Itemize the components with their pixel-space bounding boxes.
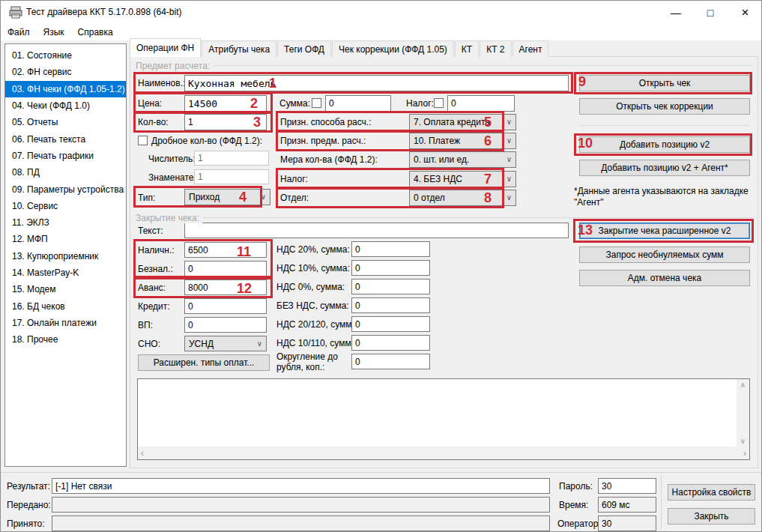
rounding-input[interactable]: 0 bbox=[351, 354, 430, 369]
tax-checkbox[interactable] bbox=[434, 98, 444, 108]
maximize-icon[interactable]: □ bbox=[693, 1, 728, 24]
add-position-v2-button[interactable]: Добавить позицию v2 bbox=[579, 136, 750, 153]
chevron-down-icon: ∨ bbox=[507, 137, 512, 145]
sidebar-item-06-pechat-teksta[interactable]: 06. Печать текста bbox=[5, 130, 126, 147]
scroll-right-icon[interactable]: › bbox=[743, 448, 746, 459]
annotation-number-11: 11 bbox=[237, 245, 251, 259]
annotation-number-1: 1 bbox=[269, 76, 276, 90]
sum-input[interactable]: 0 bbox=[325, 95, 391, 112]
payment-subject-label: Призн. предм. расч.: bbox=[280, 136, 366, 146]
sidebar-item-10-servis[interactable]: 10. Сервис bbox=[5, 198, 126, 214]
vat-rate-combobox[interactable]: 4. БЕЗ НДС ∨ bbox=[409, 171, 516, 187]
sidebar-item-18-prochee[interactable]: 18. Прочее bbox=[5, 331, 126, 348]
received-field bbox=[52, 516, 550, 531]
tab-chek-korrekcii[interactable]: Чек коррекции (ФФД 1.05) bbox=[332, 40, 454, 57]
menu-help[interactable]: Справка bbox=[71, 24, 120, 40]
menu-file[interactable]: Файл bbox=[1, 24, 37, 40]
sidebar-item-08-pd[interactable]: 08. ПД bbox=[5, 164, 126, 181]
operator-label: Оператор: bbox=[557, 519, 601, 529]
payment-method-combobox[interactable]: 7. Оплата кредита ∨ bbox=[409, 114, 516, 130]
request-nonzeroed-sums-button[interactable]: Запрос необнуляемых сумм bbox=[579, 247, 750, 263]
open-correction-receipt-button[interactable]: Открыть чек коррекции bbox=[579, 98, 750, 115]
tab-kt[interactable]: КТ bbox=[455, 40, 479, 57]
payment-subject-combobox[interactable]: 10. Платеж ∨ bbox=[409, 133, 516, 149]
vp-input[interactable]: 0 bbox=[184, 317, 267, 333]
sidebar-item-03-fn-cheki[interactable]: 03. ФН чеки (ФФД 1.05-1.2) bbox=[5, 81, 126, 97]
close-receipt-extended-v2-button[interactable]: Закрытие чека расширенное v2 bbox=[579, 223, 750, 239]
sidebar-item-15-modem[interactable]: 15. Модем bbox=[5, 281, 126, 297]
vertical-scrollbar[interactable]: ∧ ∨ bbox=[737, 379, 749, 447]
tab-agent[interactable]: Агент bbox=[512, 40, 549, 57]
scroll-left-icon[interactable]: ‹ bbox=[141, 448, 144, 459]
department-combobox[interactable]: 0 отдел ∨ bbox=[409, 190, 516, 206]
vat-rate-label: Налог: bbox=[280, 174, 308, 184]
type-label: Тип: bbox=[138, 193, 155, 203]
vat0-input[interactable]: 0 bbox=[351, 279, 430, 294]
vat10110-input[interactable]: 0 bbox=[351, 335, 430, 351]
extended-payment-types-button[interactable]: Расширен. типы оплат... bbox=[138, 354, 270, 371]
text-input[interactable] bbox=[184, 223, 569, 238]
type-combobox[interactable]: Приход ∨ bbox=[184, 189, 270, 205]
menu-language[interactable]: Язык bbox=[37, 24, 71, 40]
chevron-down-icon: ∨ bbox=[507, 118, 512, 126]
sidebar-item-01-sostoyanie[interactable]: 01. Состояние bbox=[5, 47, 126, 64]
close-icon[interactable]: × bbox=[728, 1, 762, 24]
vat20-input[interactable]: 0 bbox=[351, 241, 430, 257]
chevron-down-icon: ∨ bbox=[257, 340, 262, 348]
settings-button[interactable]: Настройка свойств bbox=[668, 484, 755, 501]
horizontal-scrollbar[interactable]: ‹ › bbox=[138, 447, 749, 459]
add-position-v2-agent-button[interactable]: Добавить позицию v2 + Агент* bbox=[579, 160, 750, 176]
vat10-input[interactable]: 0 bbox=[351, 260, 430, 276]
sidebar-item-02-fn-servis[interactable]: 02. ФН сервис bbox=[5, 64, 126, 80]
tab-operacii-fn[interactable]: Операции ФН bbox=[130, 38, 201, 57]
status-panel-divider bbox=[661, 475, 662, 529]
annotation-number-8: 8 bbox=[484, 191, 492, 205]
sidebar-item-05-otchety[interactable]: 05. Отчеты bbox=[5, 114, 126, 130]
sidebar-item-12-mfp[interactable]: 12. МФП bbox=[5, 231, 126, 247]
cash-input[interactable]: 6500 bbox=[184, 242, 267, 258]
sidebar-item-16-bd-chekov[interactable]: 16. БД чеков bbox=[5, 297, 126, 314]
sidebar-item-04-cheki[interactable]: 04. Чеки (ФФД 1.0) bbox=[5, 97, 126, 114]
annotation-number-3: 3 bbox=[253, 115, 261, 129]
sidebar-item-17-onlayn-platezhi[interactable]: 17. Онлайн платежи bbox=[5, 315, 126, 331]
sno-combobox[interactable]: УСНД ∨ bbox=[184, 336, 267, 351]
vat20120-input[interactable]: 0 bbox=[351, 316, 430, 332]
admin-cancel-receipt-button[interactable]: Адм. отмена чека bbox=[579, 270, 750, 286]
cashless-input[interactable]: 0 bbox=[184, 261, 267, 276]
tab-kt2[interactable]: КТ 2 bbox=[480, 40, 511, 57]
annotation-number-6: 6 bbox=[484, 134, 492, 148]
numerator-input[interactable]: 1 bbox=[194, 151, 269, 166]
rounding-label-line1: Округление до bbox=[276, 351, 338, 362]
sidebar-item-09-parametry[interactable]: 09. Параметры устройства bbox=[5, 181, 126, 197]
sum-label: Сумма: bbox=[279, 98, 310, 109]
agent-note-line1: *Данные агента указываются на закладке bbox=[574, 186, 749, 196]
tax-label: Налог: bbox=[406, 98, 434, 109]
measure-label: Мера кол-ва (ФФД 1.2): bbox=[280, 154, 378, 165]
denominator-input[interactable]: 1 bbox=[194, 169, 269, 184]
close-app-button[interactable]: Закрыть bbox=[668, 508, 755, 525]
novat-input[interactable]: 0 bbox=[351, 297, 430, 313]
advance-input[interactable]: 8000 bbox=[184, 279, 267, 295]
fraction-checkbox[interactable] bbox=[138, 136, 148, 145]
scroll-up-icon[interactable]: ∧ bbox=[740, 379, 746, 389]
credit-input[interactable]: 0 bbox=[184, 298, 267, 314]
sidebar-item-13-kupyuropriemnik[interactable]: 13. Купюроприемник bbox=[5, 248, 126, 265]
scroll-down-icon[interactable]: ∨ bbox=[740, 437, 746, 447]
sidebar-item-11-eklz[interactable]: 11. ЭКЛЗ bbox=[5, 214, 126, 231]
tab-atributy-cheka[interactable]: Атрибуты чека bbox=[202, 40, 276, 57]
name-input[interactable]: Кухонная мебель bbox=[184, 75, 569, 91]
tab-tegi-ofd[interactable]: Теги ОФД bbox=[277, 40, 331, 57]
minimize-icon[interactable]: — bbox=[659, 1, 693, 24]
log-textarea[interactable]: ∧ ∨ ‹ › bbox=[137, 378, 750, 460]
sidebar-item-14-masterpay[interactable]: 14. MasterPay-K bbox=[5, 265, 126, 281]
vat20-label: НДС 20%, сумма: bbox=[276, 244, 350, 255]
measure-combobox[interactable]: 0. шт. или ед. ∨ bbox=[409, 151, 516, 168]
open-receipt-button[interactable]: Открыть чек bbox=[579, 75, 750, 91]
chevron-down-icon: ∨ bbox=[261, 193, 266, 201]
sidebar-item-07-pechat-grafiki[interactable]: 07. Печать графики bbox=[5, 148, 126, 164]
result-label: Результат: bbox=[7, 481, 50, 492]
password-input[interactable]: 30 bbox=[598, 478, 656, 494]
tax-input[interactable]: 0 bbox=[447, 95, 515, 112]
sum-checkbox[interactable] bbox=[312, 98, 321, 108]
app-icon bbox=[9, 6, 22, 19]
